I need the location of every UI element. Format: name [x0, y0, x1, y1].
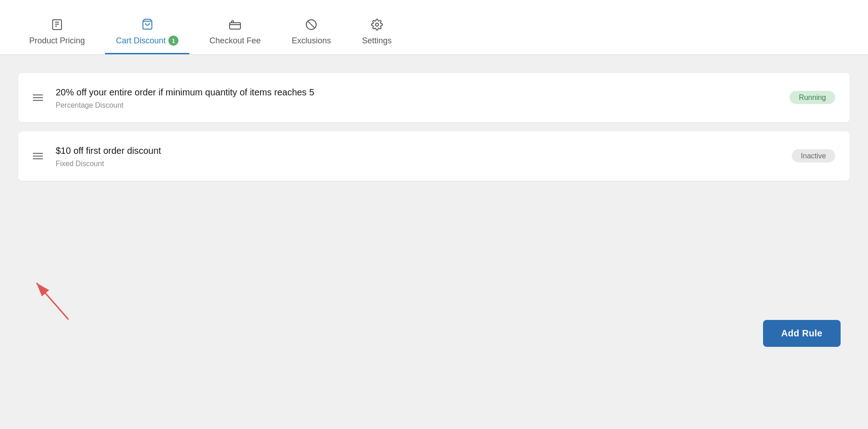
- rule-type-1: Percentage Discount: [56, 101, 777, 110]
- rule-title-2: $10 off first order discount: [56, 144, 779, 157]
- svg-rect-5: [230, 23, 241, 29]
- svg-line-10: [37, 283, 68, 319]
- checkout-fee-label: Checkout Fee: [209, 36, 261, 46]
- tab-checkout-fee[interactable]: Checkout Fee: [199, 13, 272, 54]
- status-badge-1: Running: [790, 91, 835, 104]
- top-navigation: Product PricingCart Discount1Checkout Fe…: [0, 0, 868, 55]
- cart-discount-badge: 1: [168, 36, 178, 46]
- rule-status-1: Running: [790, 94, 835, 102]
- svg-line-7: [308, 21, 315, 28]
- tab-cart-discount[interactable]: Cart Discount1: [105, 13, 189, 54]
- tab-exclusions[interactable]: Exclusions: [281, 13, 342, 54]
- main-content: 20% off your entire order if minimum qua…: [0, 55, 868, 429]
- rule-type-2: Fixed Discount: [56, 160, 779, 168]
- settings-icon: [371, 19, 383, 32]
- rule-card-1: 20% off your entire order if minimum qua…: [18, 73, 850, 122]
- add-rule-button[interactable]: Add Rule: [763, 320, 841, 347]
- tab-product-pricing[interactable]: Product Pricing: [18, 13, 96, 54]
- cart-discount-label: Cart Discount: [116, 36, 166, 46]
- drag-handle-1[interactable]: [33, 94, 43, 101]
- svg-point-8: [375, 23, 378, 26]
- rule-title-1: 20% off your entire order if minimum qua…: [56, 86, 777, 99]
- drag-handle-2[interactable]: [33, 153, 43, 159]
- arrow-annotation: [27, 274, 82, 329]
- exclusions-label: Exclusions: [292, 36, 331, 46]
- tab-settings[interactable]: Settings: [351, 13, 403, 54]
- settings-label: Settings: [362, 36, 392, 46]
- status-badge-2: Inactive: [792, 149, 835, 162]
- checkout-fee-icon: [229, 19, 241, 32]
- cart-discount-icon: [141, 18, 153, 32]
- product-pricing-label: Product Pricing: [29, 36, 85, 46]
- svg-rect-0: [52, 20, 62, 30]
- rule-card-2: $10 off first order discountFixed Discou…: [18, 131, 850, 181]
- rule-status-2: Inactive: [792, 152, 835, 160]
- rule-info-2: $10 off first order discountFixed Discou…: [56, 144, 779, 168]
- exclusions-icon: [305, 19, 317, 32]
- rules-list: 20% off your entire order if minimum qua…: [18, 73, 850, 181]
- rule-info-1: 20% off your entire order if minimum qua…: [56, 86, 777, 110]
- product-pricing-icon: [51, 19, 63, 32]
